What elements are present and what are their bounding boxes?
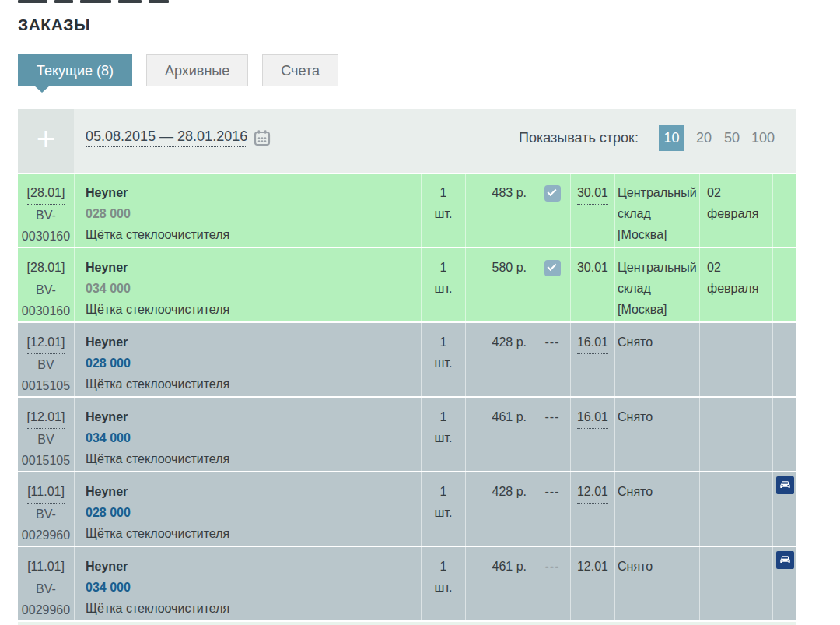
status-date-link[interactable]: 16.01 xyxy=(577,332,608,354)
article-number-link[interactable]: 028 000 xyxy=(86,353,421,374)
quantity-cell: 1 шт. xyxy=(421,174,465,247)
order-date-link[interactable]: [28.01] xyxy=(27,257,65,279)
price-value: 580 р. xyxy=(492,261,527,274)
add-order-button[interactable]: + xyxy=(18,109,74,173)
product-name: Щётка стеклоочистителя xyxy=(86,448,421,469)
order-row: [12.01] BV 0015105 Heyner 034 000 Щётка … xyxy=(18,398,796,471)
order-number-prefix: BV- xyxy=(18,578,74,599)
delivery-cell xyxy=(699,398,772,471)
brand-name: Heyner xyxy=(86,406,421,427)
status-date-link[interactable]: 12.01 xyxy=(577,481,608,504)
quantity-cell: 1 шт. xyxy=(421,323,465,396)
no-confirmation-dashes: --- xyxy=(545,410,560,423)
rows-per-page-option-20[interactable]: 20 xyxy=(695,130,712,146)
status-date-link[interactable]: 16.01 xyxy=(577,406,608,429)
status-date-link[interactable]: 30.01 xyxy=(577,257,608,279)
article-number-link[interactable]: 034 000 xyxy=(86,427,421,448)
order-number-prefix: BV xyxy=(18,429,74,450)
warehouse-status: Снято xyxy=(618,410,653,423)
order-row: [11.01] BV- 0029960 Heyner 034 000 Щётка… xyxy=(18,547,796,620)
product-cell: Heyner 034 000 Щётка стеклоочистителя xyxy=(74,248,421,321)
quantity-value: 1 xyxy=(422,481,465,502)
rows-per-page-option-50[interactable]: 50 xyxy=(723,130,740,146)
order-number: 0029960 xyxy=(18,525,74,546)
order-number-prefix: BV- xyxy=(18,279,74,300)
quantity-unit: шт. xyxy=(422,278,465,299)
delivery-icon-cell xyxy=(772,547,796,620)
price-cell: 428 р. xyxy=(465,472,534,546)
quantity-value: 1 xyxy=(422,556,465,577)
brand-name: Heyner xyxy=(86,332,421,353)
order-date-link[interactable]: [11.01] xyxy=(27,481,65,504)
confirmation-cell: --- xyxy=(534,398,570,471)
rows-per-page-label: Показывать строк: xyxy=(519,130,639,146)
rows-per-page-option-10[interactable]: 10 xyxy=(659,125,684,151)
article-number-link[interactable]: 034 000 xyxy=(86,278,421,299)
order-row: [28.01] BV- 0030160 Heyner 034 000 Щётка… xyxy=(18,248,796,321)
order-number-prefix: BV- xyxy=(18,205,74,226)
order-ref-cell: [11.01] BV- 0029960 xyxy=(18,472,74,546)
delivery-cell xyxy=(699,472,772,546)
quantity-cell: 1 шт. xyxy=(421,472,465,546)
order-ref-cell: [28.01] BV- 0030160 xyxy=(18,174,74,247)
brand-name: Heyner xyxy=(86,182,421,203)
table-bottom-edge xyxy=(18,622,796,625)
order-ref-cell: [11.01] BV- 0029960 xyxy=(18,547,74,620)
tabs: Текущие (8) Архивные Счета xyxy=(18,54,796,86)
warehouse-cell: Центральный склад [Москва] xyxy=(614,174,699,247)
brand-name: Heyner xyxy=(86,257,421,278)
product-cell: Heyner 028 000 Щётка стеклоочистителя xyxy=(74,174,421,247)
product-name: Щётка стеклоочистителя xyxy=(86,598,421,619)
delivery-icon-cell xyxy=(772,323,796,396)
warehouse-status: Центральный склад [Москва] xyxy=(618,261,697,316)
tab-archive-orders[interactable]: Архивные xyxy=(146,54,248,86)
delivery-date: 02 февраля xyxy=(707,186,758,220)
order-number: 0030160 xyxy=(18,300,74,321)
confirmation-cell xyxy=(534,248,570,321)
product-cell: Heyner 034 000 Щётка стеклоочистителя xyxy=(74,398,421,471)
status-date-link[interactable]: 12.01 xyxy=(577,556,608,578)
no-confirmation-dashes: --- xyxy=(545,335,560,349)
table-toolbar: + 05.08.2015 — 28.01.2016 Показывать стр… xyxy=(18,109,796,173)
order-row: [11.01] BV- 0029960 Heyner 028 000 Щётка… xyxy=(18,472,796,546)
product-name: Щётка стеклоочистителя xyxy=(86,224,421,245)
status-date-link[interactable]: 30.01 xyxy=(577,182,608,205)
product-name: Щётка стеклоочистителя xyxy=(86,299,421,320)
delivery-cell: 02 февраля xyxy=(699,248,772,321)
article-number-link[interactable]: 034 000 xyxy=(86,577,421,598)
car-delivery-icon[interactable] xyxy=(776,476,794,494)
order-number: 0030160 xyxy=(18,226,74,247)
order-number-prefix: BV- xyxy=(18,504,74,525)
confirmed-checkbox[interactable] xyxy=(544,260,561,276)
order-number-prefix: BV xyxy=(18,354,74,375)
status-date-cell: 12.01 xyxy=(570,547,614,620)
order-ref-cell: [12.01] BV 0015105 xyxy=(18,323,74,396)
order-date-link[interactable]: [28.01] xyxy=(27,182,65,205)
article-number-link[interactable]: 028 000 xyxy=(86,203,421,224)
check-icon xyxy=(547,187,556,196)
date-range-link[interactable]: 05.08.2015 — 28.01.2016 xyxy=(86,128,247,147)
order-date-link[interactable]: [11.01] xyxy=(27,556,65,578)
order-ref-cell: [28.01] BV- 0030160 xyxy=(18,248,74,321)
car-delivery-icon[interactable] xyxy=(776,551,794,569)
tab-invoices[interactable]: Счета xyxy=(262,54,338,86)
tab-current-orders[interactable]: Текущие (8) xyxy=(18,54,132,86)
confirmed-checkbox[interactable] xyxy=(544,185,561,202)
price-value: 461 р. xyxy=(492,410,527,423)
no-confirmation-dashes: --- xyxy=(545,485,560,498)
delivery-cell: 02 февраля xyxy=(699,174,772,247)
quantity-unit: шт. xyxy=(422,502,465,523)
order-date-link[interactable]: [12.01] xyxy=(27,406,65,429)
warehouse-status: Снято xyxy=(618,485,653,498)
product-cell: Heyner 034 000 Щётка стеклоочистителя xyxy=(74,547,421,620)
article-number-link[interactable]: 028 000 xyxy=(86,502,421,523)
warehouse-status: Снято xyxy=(618,560,653,573)
quantity-value: 1 xyxy=(422,182,465,203)
calendar-icon[interactable] xyxy=(254,129,271,146)
delivery-date: 02 февраля xyxy=(707,261,758,295)
order-date-link[interactable]: [12.01] xyxy=(27,332,65,354)
clipped-header-fragment xyxy=(18,0,796,4)
rows-per-page-option-100[interactable]: 100 xyxy=(751,130,775,146)
product-name: Щётка стеклоочистителя xyxy=(86,374,421,395)
confirmation-cell xyxy=(534,174,570,247)
